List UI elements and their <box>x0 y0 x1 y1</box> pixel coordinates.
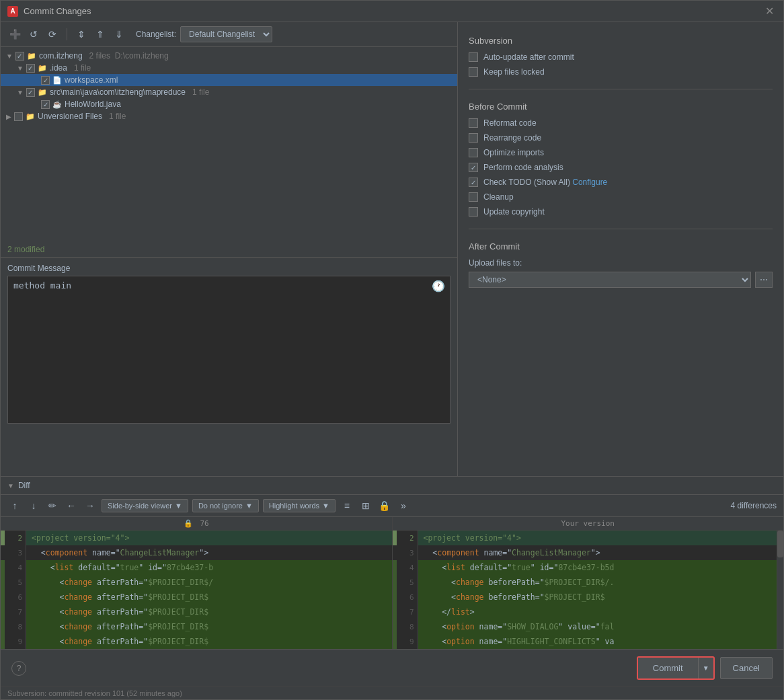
right-code-6: <change beforePath="$PROJECT_DIR$ <box>418 590 777 605</box>
tree-item-comitzheng[interactable]: ▼ ✓ 📁 com.itzheng 2 files D:\com.itzheng <box>1 50 457 62</box>
option-keep-locked: Keep files locked <box>469 67 773 77</box>
commit-dropdown-button[interactable]: ▼ <box>698 658 713 678</box>
checkbox-rearrange[interactable] <box>469 133 478 143</box>
left-line-numbers: 2 3 4 5 6 7 8 9 <box>5 531 26 649</box>
highlight-arrow: ▼ <box>322 502 329 510</box>
main-content: ➕ ↺ ⟳ ⇕ ⇑ ⇓ Changelist: Default Changeli… <box>1 22 783 476</box>
right-code-2: <project version="4"> <box>418 531 777 545</box>
left-linenum-9: 9 <box>5 634 26 649</box>
tree-item-idea[interactable]: ▼ ✓ 📁 .idea 1 file <box>1 62 457 74</box>
diff-next-button[interactable]: → <box>83 498 97 513</box>
help-button[interactable]: ? <box>11 661 26 676</box>
left-panel: ➕ ↺ ⟳ ⇕ ⇑ ⇓ Changelist: Default Changeli… <box>1 22 458 476</box>
sync-button[interactable]: ⟳ <box>45 27 60 42</box>
cancel-button[interactable]: Cancel <box>720 657 773 679</box>
right-code-3: <component name="ChangeListManager"> <box>418 545 777 560</box>
side-by-side-dropdown[interactable]: Side-by-side viewer ▼ <box>102 499 188 512</box>
diff-left-header: 🔒 76 <box>1 517 392 531</box>
option-reformat: Reformat code <box>469 118 773 128</box>
checkbox-unversioned[interactable] <box>14 112 23 121</box>
diff-left-lines: 2 3 4 5 6 7 8 9 <project version="4"> <c… <box>1 531 392 649</box>
checkbox-auto-update[interactable] <box>469 52 478 62</box>
highlight-dropdown[interactable]: Highlight words ▼ <box>263 499 336 512</box>
tree-expand-comitzheng[interactable]: ▼ <box>6 52 13 60</box>
option-auto-update: Auto-update after commit <box>469 52 773 62</box>
commit-button[interactable]: Commit <box>638 658 698 678</box>
left-code-5: <change afterPath="$PROJECT_DIR$/ <box>26 575 392 590</box>
tree-item-unversioned[interactable]: ▶ 📁 Unversioned Files 1 file <box>1 110 457 122</box>
tree-item-src[interactable]: ▼ ✓ 📁 src\main\java\com\itzheng\mapreduc… <box>1 86 457 98</box>
diff-up-button[interactable]: ↑ <box>7 498 22 513</box>
history-icon[interactable]: 🕐 <box>432 280 445 293</box>
upload-browse-button[interactable]: ⋯ <box>755 272 773 288</box>
right-linenum-5: 5 <box>397 575 418 590</box>
move-down-button[interactable]: ⇓ <box>112 27 126 42</box>
divider-1 <box>469 89 773 89</box>
close-button[interactable]: ✕ <box>762 5 777 17</box>
checkbox-comitzheng[interactable]: ✓ <box>15 52 24 61</box>
diff-down-button[interactable]: ↓ <box>26 498 41 513</box>
dialog-title: Commit Changes <box>24 6 757 16</box>
diff-left-pane: 🔒 76 <box>1 517 393 649</box>
diff-edit-button[interactable]: ✏ <box>45 498 60 513</box>
diff-collapse-triangle[interactable]: ▼ <box>7 482 14 490</box>
side-by-side-label: Side-by-side viewer <box>108 502 172 510</box>
checkbox-idea[interactable]: ✓ <box>26 64 35 73</box>
move-up-button[interactable]: ⇑ <box>93 27 108 42</box>
file-tree: ▼ ✓ 📁 com.itzheng 2 files D:\com.itzheng… <box>1 47 457 242</box>
tree-expand-src[interactable]: ▼ <box>17 89 24 96</box>
right-code-5: <change beforePath="$PROJECT_DIR$/. <box>418 575 777 590</box>
checkbox-copyright[interactable] <box>469 207 478 217</box>
sync-scroll-button[interactable]: ⊞ <box>358 498 373 513</box>
tree-item-helloworld[interactable]: ✓ ☕ HelloWorld.java <box>1 98 457 110</box>
changelist-label: Changelist: <box>136 30 176 39</box>
separator-1 <box>67 28 67 40</box>
checkbox-cleanup[interactable] <box>469 192 478 202</box>
right-scrollbar[interactable] <box>777 531 783 649</box>
tree-item-workspace-xml[interactable]: ✓ 📄 workspace.xml <box>1 74 457 86</box>
option-rearrange: Rearrange code <box>469 133 773 143</box>
checkbox-reformat[interactable] <box>469 118 478 128</box>
right-linenum-6: 6 <box>397 590 418 605</box>
diff-toolbar: ↑ ↓ ✏ ← → Side-by-side viewer ▼ Do not i… <box>1 495 783 517</box>
align-button[interactable]: ≡ <box>340 498 354 513</box>
status-bar: Subversion: committed revision 101 (52 m… <box>1 687 783 699</box>
expand-button[interactable]: ⇕ <box>74 27 89 42</box>
diff-prev-button[interactable]: ← <box>64 498 79 513</box>
refresh-button[interactable]: ↺ <box>26 27 41 42</box>
right-scrollbar-thumb[interactable] <box>777 531 783 557</box>
java-icon-helloworld: ☕ <box>52 100 62 109</box>
tree-expand-idea[interactable]: ▼ <box>17 65 24 72</box>
ignore-label: Do not ignore <box>198 502 243 510</box>
commit-button-group: Commit ▼ <box>637 656 715 680</box>
checkbox-helloworld[interactable]: ✓ <box>41 100 50 109</box>
upload-select-row: <None> ⋯ <box>469 272 773 288</box>
before-commit-title: Before Commit <box>469 102 773 112</box>
checkbox-check-todo[interactable]: ✓ <box>469 178 478 187</box>
checkbox-src[interactable]: ✓ <box>26 88 35 97</box>
add-button[interactable]: ➕ <box>7 27 22 42</box>
checkbox-optimize[interactable] <box>469 148 478 157</box>
upload-select[interactable]: <None> <box>469 272 751 288</box>
side-by-side-arrow: ▼ <box>175 502 182 510</box>
item-meta-unversioned: 1 file <box>109 112 126 121</box>
checkbox-keep-locked[interactable] <box>469 67 478 77</box>
more-button[interactable]: » <box>396 498 411 513</box>
tree-expand-unversioned[interactable]: ▶ <box>6 113 11 120</box>
subversion-title: Subversion <box>469 36 773 46</box>
label-rearrange: Rearrange code <box>483 133 541 143</box>
lock-icon: 🔒 <box>184 519 193 528</box>
left-code-4: <list default="true" id="87cb4e37-b <box>26 560 392 575</box>
folder-icon-src: 📁 <box>38 87 47 97</box>
lock-diff-button[interactable]: 🔒 <box>377 498 392 513</box>
label-auto-update: Auto-update after commit <box>483 52 574 62</box>
commit-message-input[interactable]: method main <box>7 276 450 424</box>
checkbox-workspace-xml[interactable]: ✓ <box>41 76 50 85</box>
option-optimize: Optimize imports <box>469 148 773 157</box>
configure-link[interactable]: Configure <box>572 178 607 187</box>
ignore-dropdown[interactable]: Do not ignore ▼ <box>192 499 259 512</box>
checkbox-code-analysis[interactable]: ✓ <box>469 163 478 172</box>
changelist-select[interactable]: Default Changelist <box>180 26 272 42</box>
right-linenum-4: 4 <box>397 560 418 575</box>
folder-icon-unversioned: 📁 <box>26 112 35 121</box>
